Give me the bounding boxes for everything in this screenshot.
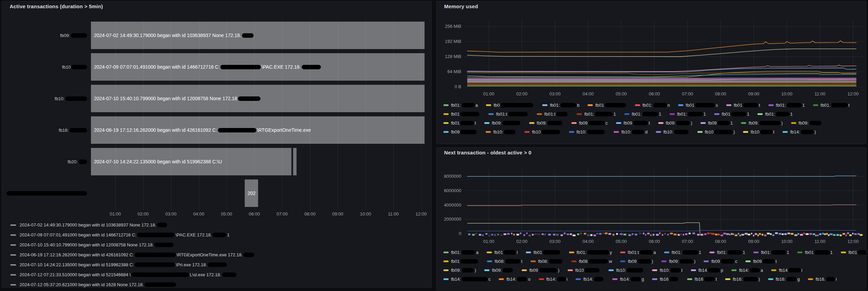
legend-item[interactable]: fb01 [588,103,626,108]
x-axis-label: 04:00 [193,211,205,217]
legend-item[interactable]: fb10:t [652,268,683,273]
legend-item[interactable]: fb09) [522,268,559,273]
legend-item[interactable]: fb01:1 [753,250,789,255]
legend-item[interactable]: fb10: [609,268,644,273]
event-dot [593,235,596,236]
legend-item[interactable]: fb09c [571,120,608,126]
legend-item[interactable]: fb01 [443,259,479,264]
legend-item[interactable]: fb08w [571,259,612,264]
legend-item[interactable]: fb01:1 [624,112,661,117]
legend-item[interactable]: fb01:ta [620,250,656,255]
legend-item[interactable]: fb16.i [808,277,837,282]
legend-item[interactable]: fb091 [701,120,733,126]
legend-item[interactable]: 2024-07-10 14:24:22.135000 began with id… [10,262,228,267]
legend-item[interactable]: fb14:g [612,277,644,282]
legend-item[interactable]: fb09: [484,268,513,273]
legend-label: fb09:) [749,120,783,126]
legend-item[interactable]: fb011 [841,250,866,255]
legend-marker [656,131,661,133]
legend-item[interactable]: fb08: [531,259,563,264]
legend-item[interactable]: 2024-07-12 07:21:33.510000 began with id… [10,272,237,277]
legend-item[interactable]: fb01 [526,250,560,255]
legend-item[interactable]: fb01l [487,250,518,255]
legend-item[interactable]: fb01:1 [757,112,792,117]
legend-item[interactable]: fb14i [771,268,802,273]
legend-item[interactable]: fb09:) [741,120,783,126]
legend-item[interactable]: 2024-07-12 05:37:20.621000 began with id… [10,282,177,287]
legend-item[interactable]: fb09t [745,259,777,264]
legend-item[interactable]: fb16t [687,277,717,282]
legend-item[interactable]: 2024-07-10 15:40:10.799000 began with id… [10,242,174,247]
legend-item[interactable]: fb01:a [443,103,478,108]
event-dot [748,234,751,235]
legend-item[interactable]: fb01:1 [670,112,706,117]
gantt-bar[interactable]: 2024-07-02 14:49:30.179000 began with id… [91,22,425,49]
legend-item[interactable]: fb01:1 [577,112,616,117]
legend-item[interactable]: fb10) [697,129,735,135]
legend-item[interactable]: fb011 [797,250,833,255]
legend-item[interactable]: fb16 [652,277,679,282]
legend-item[interactable]: 2024-07-09 07:07:01.491000 began with id… [10,232,230,237]
legend-item[interactable]: fb01:b [542,103,579,108]
gantt-bar[interactable]: 2024-07-10 14:24:22.135000 began with id… [91,148,291,175]
legend-item[interactable]: fb14:o [499,277,530,282]
legend-item[interactable]: fb01:1 [768,103,805,108]
gantt-bar[interactable]: 2024-07-10 15:40:10.799000 began with id… [91,85,425,112]
legend-item[interactable]: fb10:d [614,129,647,135]
legend-item[interactable]: fb14:a [731,268,763,273]
legend-item[interactable]: fb01.t [813,103,850,108]
legend-item[interactable]: fb09t [616,120,650,126]
legend-item[interactable]: fb09:) [661,259,695,264]
legend-item[interactable]: fb14p [691,268,724,273]
event-dot [643,233,645,234]
legend-item[interactable]: fb08:t [487,259,522,264]
event-dot [787,233,790,234]
legend-item[interactable]: fb10 [568,268,600,273]
legend-item[interactable]: fb14:c [443,277,490,282]
legend-item[interactable]: fb01t [726,103,760,108]
x-axis-label: 11:00 [814,239,825,244]
gantt-bar[interactable]: 2024-06-19 17:12:16.262000 began with id… [91,116,425,144]
legend-item[interactable]: fb10 [524,129,560,135]
legend-item[interactable]: fb01:y [569,250,612,255]
legend-item[interactable]: fb09c [704,259,737,264]
legend-item[interactable]: fb10: [486,129,516,135]
legend-item[interactable]: fb09: [484,120,521,126]
legend-item[interactable]: fb01:a [443,250,478,255]
gantt-bar[interactable]: 2024-07-09 07:07:01.491000 began with id… [91,53,425,81]
gantt-bar[interactable]: 202 [245,179,258,207]
legend-item[interactable]: fb16:g [768,277,800,282]
legend-label: fb01:1 [632,112,661,117]
legend-item[interactable]: fb14:i [539,277,568,282]
legend-item[interactable]: 2024-07-02 14:49:30.179000 began with id… [10,222,168,228]
legend-item[interactable]: fb01 [443,112,480,117]
legend-item[interactable]: fb01:1 [664,250,701,255]
legend-item[interactable]: fb01s [678,103,718,108]
legend-item[interactable]: fb09:) [443,268,476,273]
redaction [462,250,475,255]
event-dot [688,233,691,234]
legend-label: fb10 [532,129,560,135]
legend-item[interactable]: fb01:n [635,103,670,108]
legend-item[interactable]: fb09) [620,259,653,264]
legend-item[interactable]: fb0 [486,103,534,108]
legend-item[interactable]: fb01t [443,120,476,126]
legend-item[interactable]: fb01:t [537,112,569,117]
legend-item[interactable]: 2024-06-19 17:12:16.262000 began with id… [10,252,255,257]
legend-item[interactable]: fb09: [791,120,822,126]
legend-item[interactable]: fb14: [576,277,604,282]
gantt-bar[interactable] [293,148,297,175]
legend-item[interactable]: fb10: [569,129,606,135]
legend-item[interactable]: fb09 [443,129,477,135]
legend-item[interactable]: fb10t [743,129,774,135]
legend-item[interactable]: fb01:t [488,112,529,117]
legend-marker [588,104,593,106]
legend-item[interactable]: fb011 [714,112,750,117]
legend-item[interactable]: fb16:) [725,277,760,282]
legend-item[interactable]: fb09:) [658,120,692,126]
legend-item[interactable]: fb14:) [783,129,816,135]
redaction [547,121,563,125]
legend-item[interactable]: fb01:1 [709,250,745,255]
legend-item[interactable]: fb09: [529,120,563,126]
legend-item[interactable]: fb10: [656,129,689,135]
